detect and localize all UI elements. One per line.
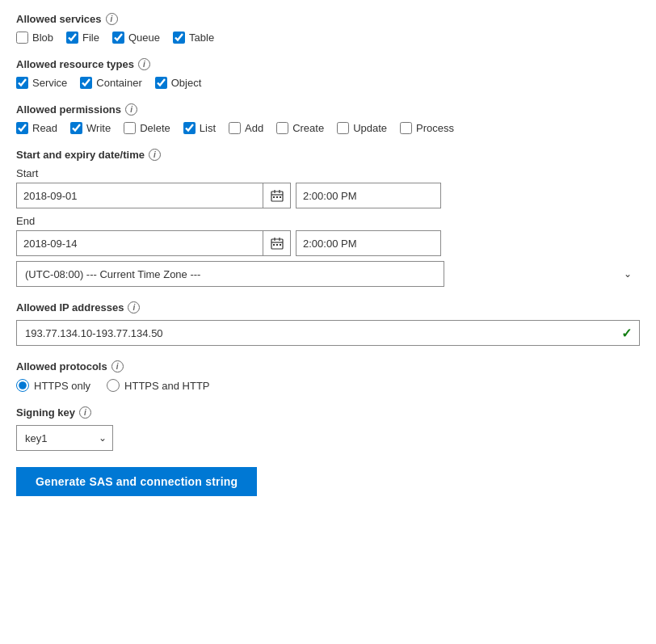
- perm-write-item: Write: [70, 122, 111, 134]
- ip-address-input[interactable]: [16, 320, 640, 346]
- start-time-input[interactable]: [296, 183, 441, 208]
- perm-create-label: Create: [292, 122, 324, 134]
- signing-key-label: Signing key: [16, 406, 75, 419]
- datetime-section: Start and expiry date/time i Start End: [16, 149, 640, 287]
- allowed-protocols-label: Allowed protocols: [16, 360, 107, 373]
- ip-input-wrap: ✓: [16, 320, 640, 346]
- resource-service-checkbox[interactable]: [16, 77, 28, 89]
- resource-object-label: Object: [171, 77, 202, 89]
- start-datetime-row: [16, 183, 640, 208]
- table-label: Table: [189, 32, 214, 44]
- perm-update-label: Update: [353, 122, 387, 134]
- queue-label: Queue: [128, 32, 160, 44]
- resource-container-item: Container: [80, 77, 141, 89]
- end-date-input-wrap: [16, 230, 291, 256]
- protocol-https-only-item: HTTPS only: [16, 379, 90, 392]
- perm-process-checkbox[interactable]: [400, 122, 412, 134]
- allowed-resource-types-info-icon[interactable]: i: [138, 58, 150, 70]
- allowed-permissions-title: Allowed permissions i: [16, 103, 640, 116]
- perm-read-item: Read: [16, 122, 57, 134]
- timezone-select[interactable]: (UTC-08:00) --- Current Time Zone ---(UT…: [16, 261, 444, 287]
- file-checkbox[interactable]: [66, 32, 78, 44]
- table-checkbox[interactable]: [173, 32, 185, 44]
- timezone-chevron-icon: ⌄: [624, 268, 632, 280]
- protocol-https-http-radio[interactable]: [107, 379, 120, 392]
- allowed-protocols-section: Allowed protocols i HTTPS only HTTPS and…: [16, 360, 640, 392]
- allowed-permissions-section: Allowed permissions i Read Write Delete …: [16, 103, 640, 134]
- perm-list-label: List: [200, 122, 216, 134]
- resource-container-checkbox[interactable]: [80, 77, 92, 89]
- svg-rect-5: [276, 196, 278, 198]
- perm-add-item: Add: [229, 122, 263, 134]
- perm-update-checkbox[interactable]: [337, 122, 349, 134]
- allowed-permissions-label: Allowed permissions: [16, 103, 121, 116]
- perm-update-item: Update: [337, 122, 387, 134]
- protocol-https-only-label: HTTPS only: [34, 380, 90, 392]
- perm-write-label: Write: [86, 122, 111, 134]
- allowed-resource-types-checkboxes: Service Container Object: [16, 77, 640, 89]
- signing-key-title: Signing key i: [16, 406, 640, 419]
- end-time-input[interactable]: [296, 230, 441, 256]
- end-datetime-row: [16, 230, 640, 256]
- queue-checkbox[interactable]: [112, 32, 124, 44]
- allowed-resource-types-section: Allowed resource types i Service Contain…: [16, 58, 640, 89]
- blob-label: Blob: [32, 32, 53, 44]
- allowed-protocols-info-icon[interactable]: i: [111, 360, 124, 373]
- svg-rect-4: [273, 196, 275, 198]
- blob-checkbox[interactable]: [16, 32, 28, 44]
- end-date-calendar-button[interactable]: [263, 231, 290, 255]
- service-queue-item: Queue: [112, 32, 160, 44]
- perm-delete-label: Delete: [140, 122, 170, 134]
- datetime-label: Start and expiry date/time: [16, 149, 145, 161]
- allowed-permissions-info-icon[interactable]: i: [125, 103, 137, 116]
- protocol-https-http-item: HTTPS and HTTP: [107, 379, 209, 392]
- allowed-services-info-icon[interactable]: i: [106, 13, 118, 25]
- generate-sas-button[interactable]: Generate SAS and connection string: [16, 467, 257, 496]
- allowed-services-title: Allowed services i: [16, 13, 640, 25]
- allowed-ip-title: Allowed IP addresses i: [16, 301, 640, 314]
- perm-list-item: List: [183, 122, 216, 134]
- allowed-ip-section: Allowed IP addresses i ✓: [16, 301, 640, 346]
- end-label: End: [16, 215, 640, 227]
- file-label: File: [82, 32, 99, 44]
- perm-delete-item: Delete: [124, 122, 170, 134]
- svg-rect-6: [280, 196, 281, 198]
- service-blob-item: Blob: [16, 32, 53, 44]
- perm-add-label: Add: [245, 122, 263, 134]
- perm-process-item: Process: [400, 122, 454, 134]
- allowed-ip-info-icon[interactable]: i: [128, 301, 140, 314]
- perm-create-item: Create: [276, 122, 324, 134]
- signing-key-select-wrap: key1 key2 ⌄: [16, 425, 113, 451]
- end-date-input[interactable]: [17, 238, 263, 250]
- perm-read-checkbox[interactable]: [16, 122, 28, 134]
- datetime-info-icon[interactable]: i: [149, 149, 161, 161]
- perm-process-label: Process: [416, 122, 454, 134]
- start-date-calendar-button[interactable]: [263, 183, 290, 208]
- signing-key-select[interactable]: key1 key2: [16, 425, 113, 451]
- allowed-services-checkboxes: Blob File Queue Table: [16, 32, 640, 44]
- perm-write-checkbox[interactable]: [70, 122, 82, 134]
- perm-read-label: Read: [32, 122, 57, 134]
- signing-key-info-icon[interactable]: i: [79, 406, 91, 419]
- start-date-input[interactable]: [17, 190, 263, 202]
- perm-delete-checkbox[interactable]: [124, 122, 136, 134]
- protocols-radio-row: HTTPS only HTTPS and HTTP: [16, 379, 640, 392]
- resource-object-checkbox[interactable]: [155, 77, 167, 89]
- start-date-input-wrap: [16, 183, 291, 208]
- protocol-https-http-label: HTTPS and HTTP: [124, 380, 209, 392]
- service-table-item: Table: [173, 32, 214, 44]
- perm-list-checkbox[interactable]: [183, 122, 196, 134]
- datetime-title: Start and expiry date/time i: [16, 149, 640, 161]
- protocol-https-only-radio[interactable]: [16, 379, 29, 392]
- allowed-resource-types-title: Allowed resource types i: [16, 58, 640, 70]
- perm-create-checkbox[interactable]: [276, 122, 288, 134]
- allowed-permissions-checkboxes: Read Write Delete List Add Create Update: [16, 122, 640, 134]
- allowed-protocols-title: Allowed protocols i: [16, 360, 640, 373]
- ip-valid-check-icon: ✓: [621, 326, 632, 341]
- resource-object-item: Object: [155, 77, 202, 89]
- svg-rect-11: [273, 244, 275, 246]
- start-label: Start: [16, 167, 640, 179]
- resource-service-item: Service: [16, 77, 67, 89]
- allowed-resource-types-label: Allowed resource types: [16, 58, 134, 70]
- perm-add-checkbox[interactable]: [229, 122, 241, 134]
